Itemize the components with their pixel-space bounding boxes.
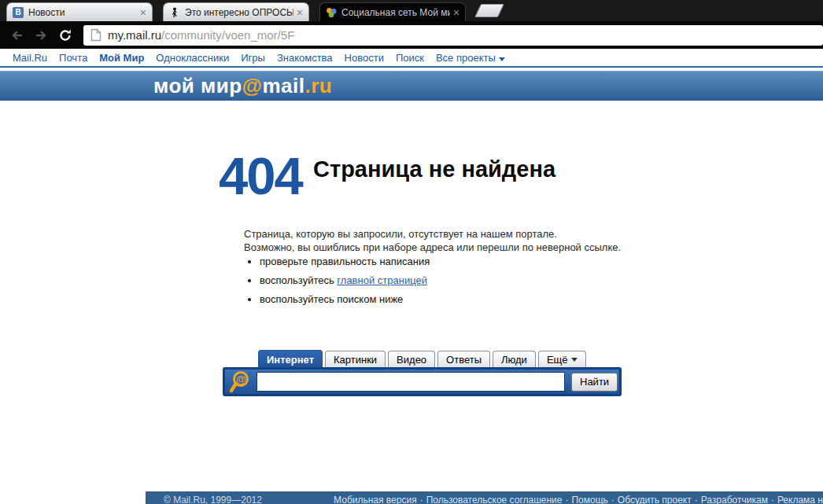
footer-link-discuss[interactable]: Обсудить проект <box>618 495 692 504</box>
footer-link-help[interactable]: Помощь <box>571 495 607 504</box>
at-glyph: @ <box>236 373 246 384</box>
search-bar: @ Найти <box>223 367 622 396</box>
suggestion-text: воспользуйтесь <box>260 274 337 286</box>
nav-mailru[interactable]: Mail.Ru <box>13 52 47 64</box>
nav-moy-mir[interactable]: Мой Мир <box>99 52 144 64</box>
list-item: проверьте правильность написания <box>260 256 430 267</box>
nav-pochta[interactable]: Почта <box>59 52 87 64</box>
search-tab-eshchyo[interactable]: Ещё <box>538 351 587 368</box>
close-icon[interactable]: × <box>297 7 303 18</box>
tab-title: Социальная сеть Мой ми <box>341 7 450 18</box>
logo-text-moy-mir: мой мир <box>153 74 242 97</box>
separator: · <box>420 495 423 504</box>
url-domain: my.mail.ru <box>108 28 161 42</box>
nav-znakomstva[interactable]: Знакомства <box>277 52 333 64</box>
suggestion-text: проверьте правильность написания <box>260 256 430 267</box>
footer-link-mobile[interactable]: Мобильная версия <box>334 495 417 504</box>
footer-links: Мобильная версия·Пользовательское соглаш… <box>334 495 823 504</box>
tab-bar: В Новости × Это интересно ОПРОСЫ Г × Соц… <box>0 0 823 21</box>
forward-button[interactable] <box>31 25 51 46</box>
nav-poisk[interactable]: Поиск <box>396 52 424 64</box>
separator: · <box>565 495 568 504</box>
browser-window: В Новости × Это интересно ОПРОСЫ Г × Соц… <box>0 0 823 504</box>
nav-vse-proekty-label: Все проекты <box>436 52 496 64</box>
search-tab-lyudi[interactable]: Люди <box>493 351 536 368</box>
error-suggestions: проверьте правильность написания восполь… <box>260 256 430 313</box>
error-line1: Страница, которую вы запросили, отсутств… <box>244 227 621 241</box>
browser-toolbar: my.mail.ru/community/voen_mor/5F <box>0 21 823 49</box>
footer-link-ads[interactable]: Реклама н <box>777 495 823 504</box>
footer-link-developers[interactable]: Разработчикам <box>701 495 768 504</box>
search-at-icon: @ <box>225 370 256 395</box>
suggestion-text: воспользуйтесь поиском ниже <box>260 293 403 305</box>
address-bar[interactable]: my.mail.ru/community/voen_mor/5F <box>83 25 823 46</box>
logo-at-sign: @ <box>242 74 263 97</box>
error-code: 404 <box>219 149 302 202</box>
moy-mir-logo[interactable]: мой мир@mail.ru <box>153 74 332 98</box>
logo-text-ru: .ru <box>304 74 332 97</box>
main-page-link[interactable]: главной страницей <box>337 274 427 286</box>
copyright-text: © Mail.Ru, 1999—2012 <box>164 495 262 504</box>
new-tab-button[interactable] <box>474 4 504 17</box>
close-icon[interactable]: × <box>453 7 459 18</box>
error-description: Страница, которую вы запросили, отсутств… <box>244 227 621 254</box>
list-item: воспользуйтесь главной страницей <box>260 275 430 285</box>
vk-icon: В <box>13 7 24 18</box>
close-icon[interactable]: × <box>140 7 146 18</box>
search-tab-video[interactable]: Видео <box>388 351 435 368</box>
nav-igry[interactable]: Игры <box>241 52 265 64</box>
figure-icon <box>169 7 180 18</box>
site-header: мой мир@mail.ru <box>0 71 823 101</box>
search-tabs: Интернет Картинки Видео Ответы Люди Ещё <box>258 350 586 368</box>
separator: · <box>695 495 698 504</box>
reload-icon[interactable] <box>55 25 76 46</box>
search-tab-kartinki[interactable]: Картинки <box>325 351 386 368</box>
separator: · <box>771 495 774 504</box>
logo-text-mail: mail <box>262 74 304 97</box>
vk-icon-letter: В <box>13 7 24 18</box>
footer-link-agreement[interactable]: Пользовательское соглашение <box>426 495 563 504</box>
nav-novosti[interactable]: Новости <box>345 52 384 64</box>
list-item: воспользуйтесь поиском ниже <box>260 294 430 304</box>
nav-vse-proekty[interactable]: Все проекты <box>436 52 505 64</box>
search-tab-otvety[interactable]: Ответы <box>437 351 490 368</box>
tab-title: Это интересно ОПРОСЫ Г <box>185 7 293 18</box>
search-tab-eshchyo-label: Ещё <box>547 354 568 366</box>
browser-tab-interesno[interactable]: Это интересно ОПРОСЫ Г × <box>163 2 309 21</box>
search-input[interactable] <box>256 372 565 392</box>
chevron-down-icon <box>499 57 505 61</box>
search-submit-button[interactable]: Найти <box>571 373 618 392</box>
error-line2: Возможно, вы ошиблись при наборе адреса … <box>244 241 621 254</box>
url-path: /community/voen_mor/5F <box>161 28 294 42</box>
footer: © Mail.Ru, 1999—2012 Мобильная версия·По… <box>146 491 823 504</box>
site-nav: Mail.Ru Почта Мой Мир Одноклассники Игры… <box>0 49 823 68</box>
browser-tab-news[interactable]: В Новости × <box>6 2 153 21</box>
separator: · <box>611 495 614 504</box>
back-button[interactable] <box>6 25 27 46</box>
chevron-down-icon <box>571 358 578 362</box>
page-title: Страница не найдена <box>313 156 555 182</box>
browser-tab-moimir[interactable]: Социальная сеть Мой ми × <box>319 2 466 21</box>
nav-odnoklassniki[interactable]: Одноклассники <box>156 52 229 64</box>
page-icon <box>90 28 101 42</box>
search-tab-internet[interactable]: Интернет <box>258 350 323 368</box>
moimir-icon <box>326 7 337 18</box>
tab-title: Новости <box>28 7 137 18</box>
